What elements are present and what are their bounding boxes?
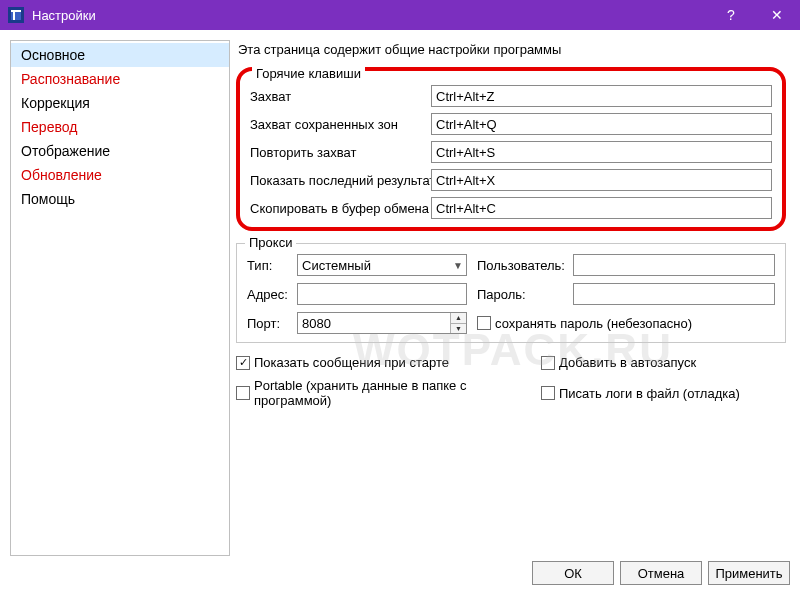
sidebar-item-correction[interactable]: Коррекция [11, 91, 229, 115]
proxy-addr-label: Адрес: [247, 287, 291, 302]
autostart-checkbox[interactable] [541, 356, 555, 370]
hotkey-input-show-last[interactable] [431, 169, 772, 191]
sidebar-item-label: Помощь [21, 191, 75, 207]
proxy-user-input[interactable] [573, 254, 775, 276]
sidebar-item-label: Основное [21, 47, 85, 63]
debug-logs-label: Писать логи в файл (отладка) [559, 386, 740, 401]
save-pass-checkbox[interactable] [477, 316, 491, 330]
hotkeys-group: Горячие клавиши Захват Захват сохраненны… [236, 67, 786, 231]
page-description: Эта страница содержит общие настройки пр… [236, 40, 786, 63]
settings-window: Настройки ? ✕ Основное Распознавание Кор… [0, 0, 800, 598]
hotkey-row-copy-clipboard: Скопировать в буфер обмена [250, 197, 772, 219]
help-button[interactable]: ? [708, 0, 754, 30]
debug-logs-checkbox[interactable] [541, 386, 555, 400]
sidebar-item-general[interactable]: Основное [11, 43, 229, 67]
options-grid: ✓ Показать сообщения при старте Добавить… [236, 355, 786, 416]
proxy-group: Прокси Тип: Системный ▼ Пользователь: Ад… [236, 243, 786, 343]
sidebar-item-recognition[interactable]: Распознавание [11, 67, 229, 91]
portable-checkbox[interactable] [236, 386, 250, 400]
autostart-label: Добавить в автозапуск [559, 355, 696, 370]
sidebar-item-help[interactable]: Помощь [11, 187, 229, 211]
help-icon: ? [727, 7, 735, 23]
sidebar-item-update[interactable]: Обновление [11, 163, 229, 187]
apply-button[interactable]: Применить [708, 561, 790, 585]
hotkey-row-repeat: Повторить захват [250, 141, 772, 163]
hotkey-label-copy-clipboard: Скопировать в буфер обмена [250, 201, 425, 216]
titlebar: Настройки ? ✕ [0, 0, 800, 30]
proxy-addr-input[interactable] [297, 283, 467, 305]
hotkey-label-capture-saved: Захват сохраненных зон [250, 117, 425, 132]
close-button[interactable]: ✕ [754, 0, 800, 30]
sidebar-item-translation[interactable]: Перевод [11, 115, 229, 139]
window-body: Основное Распознавание Коррекция Перевод… [0, 30, 800, 556]
proxy-user-label: Пользователь: [477, 258, 567, 273]
hotkey-row-capture-saved: Захват сохраненных зон [250, 113, 772, 135]
sidebar: Основное Распознавание Коррекция Перевод… [10, 40, 230, 556]
sidebar-item-label: Обновление [21, 167, 102, 183]
proxy-type-value: Системный [302, 258, 371, 273]
hotkey-label-capture: Захват [250, 89, 425, 104]
hotkey-input-capture-saved[interactable] [431, 113, 772, 135]
portable-label: Portable (хранить данные в папке с прогр… [254, 378, 541, 408]
hotkeys-legend: Горячие клавиши [252, 66, 365, 81]
hotkey-row-capture: Захват [250, 85, 772, 107]
hotkey-input-copy-clipboard[interactable] [431, 197, 772, 219]
ok-button[interactable]: ОК [532, 561, 614, 585]
show-startup-checkbox[interactable]: ✓ [236, 356, 250, 370]
port-stepper[interactable]: ▲▼ [450, 313, 466, 333]
proxy-port-input[interactable] [297, 312, 467, 334]
footer: ОК Отмена Применить [0, 556, 800, 598]
main-panel: WOTPACK.RU Эта страница содержит общие н… [236, 40, 790, 556]
close-icon: ✕ [771, 7, 783, 23]
proxy-type-select[interactable]: Системный [297, 254, 467, 276]
cancel-button[interactable]: Отмена [620, 561, 702, 585]
sidebar-item-label: Коррекция [21, 95, 90, 111]
proxy-pass-label: Пароль: [477, 287, 567, 302]
hotkey-row-show-last: Показать последний результат [250, 169, 772, 191]
show-startup-label: Показать сообщения при старте [254, 355, 449, 370]
proxy-legend: Прокси [245, 235, 296, 250]
window-title: Настройки [32, 8, 708, 23]
sidebar-item-label: Распознавание [21, 71, 120, 87]
svg-rect-2 [11, 10, 21, 12]
proxy-port-label: Порт: [247, 316, 291, 331]
caret-up-icon: ▲ [451, 313, 466, 324]
proxy-type-label: Тип: [247, 258, 291, 273]
sidebar-item-label: Отображение [21, 143, 110, 159]
caret-down-icon: ▼ [451, 324, 466, 334]
hotkey-label-show-last: Показать последний результат [250, 173, 425, 188]
hotkey-label-repeat: Повторить захват [250, 145, 425, 160]
sidebar-item-display[interactable]: Отображение [11, 139, 229, 163]
sidebar-item-label: Перевод [21, 119, 77, 135]
hotkey-input-capture[interactable] [431, 85, 772, 107]
save-pass-label: сохранять пароль (небезопасно) [495, 316, 692, 331]
hotkey-input-repeat[interactable] [431, 141, 772, 163]
app-icon [8, 7, 24, 23]
proxy-pass-input[interactable] [573, 283, 775, 305]
